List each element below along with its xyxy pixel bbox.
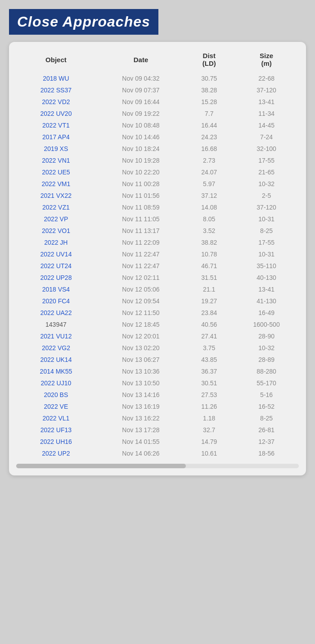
cell-size: 37-120 xyxy=(232,84,301,96)
cell-date: Nov 12 11:50 xyxy=(96,307,186,319)
cell-size: 1600-500 xyxy=(232,319,301,330)
cell-size: 17-55 xyxy=(232,237,301,248)
table-row: 2022 SS37Nov 09 07:3738.2837-120 xyxy=(16,84,301,96)
cell-object[interactable]: 2022 UK14 xyxy=(16,354,96,365)
table-row: 2022 UP28Nov 12 02:1131.5140-130 xyxy=(16,272,301,283)
cell-object[interactable]: 2022 SS37 xyxy=(16,84,96,96)
cell-size: 14-45 xyxy=(232,119,301,131)
page-container: Close Approaches Object Date Dist(LD) Si… xyxy=(9,9,306,475)
cell-date: Nov 13 02:20 xyxy=(96,342,186,354)
cell-object[interactable]: 2022 UP28 xyxy=(16,272,96,283)
cell-object[interactable]: 2022 VZ1 xyxy=(16,201,96,213)
cell-size: 28-90 xyxy=(232,330,301,342)
cell-object[interactable]: 2022 VN1 xyxy=(16,155,96,166)
cell-dist: 40.56 xyxy=(186,319,232,330)
cell-date: Nov 12 20:01 xyxy=(96,330,186,342)
cell-size: 55-170 xyxy=(232,377,301,389)
cell-date: Nov 11 22:47 xyxy=(96,260,186,272)
cell-date: Nov 10 08:48 xyxy=(96,119,186,131)
cell-object[interactable]: 2014 MK55 xyxy=(16,365,96,377)
cell-object[interactable]: 2022 UP2 xyxy=(16,448,96,459)
table-row: 2021 VX22Nov 11 01:5637.122-5 xyxy=(16,190,301,201)
cell-object[interactable]: 2022 UT24 xyxy=(16,260,96,272)
cell-dist: 38.82 xyxy=(186,237,232,248)
cell-object[interactable]: 2022 VG2 xyxy=(16,342,96,354)
cell-dist: 14.08 xyxy=(186,201,232,213)
cell-dist: 10.61 xyxy=(186,448,232,459)
cell-size: 12-37 xyxy=(232,436,301,448)
cell-object[interactable]: 2022 VO1 xyxy=(16,225,96,237)
cell-dist: 30.51 xyxy=(186,377,232,389)
cell-size: 16-52 xyxy=(232,401,301,412)
cell-size: 40-130 xyxy=(232,272,301,283)
table-scroll-area[interactable]: Object Date Dist(LD) Size(m) 2018 WUNov … xyxy=(9,49,306,459)
table-row: 2022 VO1Nov 11 13:173.528-25 xyxy=(16,225,301,237)
cell-object[interactable]: 2022 VP xyxy=(16,213,96,225)
cell-object[interactable]: 2022 UV20 xyxy=(16,108,96,119)
cell-size: 7-24 xyxy=(232,131,301,143)
cell-object[interactable]: 2022 VT1 xyxy=(16,119,96,131)
cell-object[interactable]: 2022 JH xyxy=(16,237,96,248)
cell-size: 10-32 xyxy=(232,342,301,354)
cell-dist: 37.12 xyxy=(186,190,232,201)
cell-object[interactable]: 2022 VE xyxy=(16,401,96,412)
table-row: 2022 UA22Nov 12 11:5023.8416-49 xyxy=(16,307,301,319)
cell-object[interactable]: 2022 UA22 xyxy=(16,307,96,319)
cell-dist: 16.44 xyxy=(186,119,232,131)
cell-object[interactable]: 2022 VD2 xyxy=(16,96,96,108)
table-row: 2022 VD2Nov 09 16:4415.2813-41 xyxy=(16,96,301,108)
cell-dist: 36.37 xyxy=(186,365,232,377)
cell-date: Nov 13 17:28 xyxy=(96,424,186,436)
cell-object[interactable]: 2022 UJ10 xyxy=(16,377,96,389)
cell-size: 13-41 xyxy=(232,96,301,108)
cell-object[interactable]: 2022 VL1 xyxy=(16,412,96,424)
cell-size: 8-25 xyxy=(232,412,301,424)
cell-object[interactable]: 2022 UH16 xyxy=(16,436,96,448)
cell-date: Nov 12 09:54 xyxy=(96,295,186,307)
cell-date: Nov 11 13:17 xyxy=(96,225,186,237)
col-header-object: Object xyxy=(16,49,96,73)
cell-object[interactable]: 2022 UF13 xyxy=(16,424,96,436)
cell-dist: 16.68 xyxy=(186,143,232,155)
cell-object[interactable]: 2018 WU xyxy=(16,73,96,84)
horizontal-scrollbar[interactable] xyxy=(16,464,299,468)
cell-size: 41-130 xyxy=(232,295,301,307)
cell-object[interactable]: 2022 VM1 xyxy=(16,178,96,190)
table-row: 2022 VENov 13 16:1911.2616-52 xyxy=(16,401,301,412)
cell-object[interactable]: 2022 UE5 xyxy=(16,166,96,178)
cell-size: 10-31 xyxy=(232,248,301,260)
cell-dist: 1.18 xyxy=(186,412,232,424)
cell-date: Nov 11 00:28 xyxy=(96,178,186,190)
cell-object[interactable]: 2018 VS4 xyxy=(16,283,96,295)
cell-object[interactable]: 2022 UV14 xyxy=(16,248,96,260)
cell-date: Nov 12 02:11 xyxy=(96,272,186,283)
table-row: 2022 UK14Nov 13 06:2743.8528-89 xyxy=(16,354,301,365)
cell-date: Nov 09 04:32 xyxy=(96,73,186,84)
table-row: 2020 BSNov 13 14:1627.535-16 xyxy=(16,389,301,401)
table-row: 2022 VT1Nov 10 08:4816.4414-45 xyxy=(16,119,301,131)
cell-date: Nov 10 22:20 xyxy=(96,166,186,178)
cell-size: 26-81 xyxy=(232,424,301,436)
cell-size: 10-32 xyxy=(232,178,301,190)
table-row: 2022 VL1Nov 13 16:221.188-25 xyxy=(16,412,301,424)
cell-size: 16-49 xyxy=(232,307,301,319)
cell-date: Nov 13 16:19 xyxy=(96,401,186,412)
table-row: 2022 VG2Nov 13 02:203.7510-32 xyxy=(16,342,301,354)
table-row: 2022 JHNov 11 22:0938.8217-55 xyxy=(16,237,301,248)
table-row: 2021 VU12Nov 12 20:0127.4128-90 xyxy=(16,330,301,342)
cell-object[interactable]: 2019 XS xyxy=(16,143,96,155)
table-row: 2018 WUNov 09 04:3230.7522-68 xyxy=(16,73,301,84)
cell-object[interactable]: 2020 BS xyxy=(16,389,96,401)
cell-object[interactable]: 2020 FC4 xyxy=(16,295,96,307)
cell-dist: 24.23 xyxy=(186,131,232,143)
cell-date: Nov 14 06:26 xyxy=(96,448,186,459)
horizontal-scrollbar-thumb xyxy=(16,464,186,468)
cell-date: Nov 09 19:22 xyxy=(96,108,186,119)
cell-object[interactable]: 2017 AP4 xyxy=(16,131,96,143)
cell-dist: 30.75 xyxy=(186,73,232,84)
cell-object[interactable]: 2021 VX22 xyxy=(16,190,96,201)
cell-size: 13-41 xyxy=(232,283,301,295)
cell-object[interactable]: 2021 VU12 xyxy=(16,330,96,342)
table-row: 2020 FC4Nov 12 09:5419.2741-130 xyxy=(16,295,301,307)
cell-dist: 27.41 xyxy=(186,330,232,342)
